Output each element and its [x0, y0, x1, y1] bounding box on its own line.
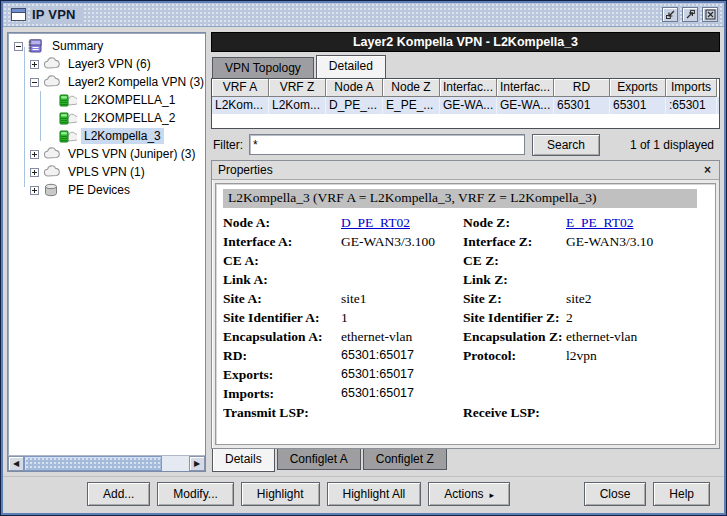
- property-label: [463, 386, 566, 405]
- column-header-vrf-a[interactable]: VRF A: [212, 79, 269, 97]
- modify-button[interactable]: Modify...: [157, 482, 233, 506]
- properties-panel: Properties × L2Kompella_3 (VRF A = L2Kom…: [211, 160, 720, 449]
- minimize-icon[interactable]: [662, 7, 678, 22]
- property-label: CE Z:: [463, 253, 566, 272]
- tree-item-label: Layer2 Kompella VPN (3): [65, 74, 205, 90]
- column-header-rd[interactable]: RD: [554, 79, 610, 97]
- properties-title: Properties: [218, 163, 273, 177]
- scroll-left-arrow-icon[interactable]: ◀: [8, 456, 24, 471]
- property-label: Link A:: [223, 272, 341, 291]
- close-button[interactable]: Close: [584, 482, 647, 506]
- properties-header: Properties ×: [212, 161, 719, 180]
- property-value: 65301:65017: [341, 348, 463, 367]
- expand-icon[interactable]: [30, 150, 39, 159]
- help-button[interactable]: Help: [653, 482, 710, 506]
- node-link[interactable]: D_PE_RT02: [341, 215, 463, 234]
- title-bar[interactable]: IP VPN: [3, 3, 724, 27]
- scrollbar-track[interactable]: [162, 456, 189, 471]
- property-label: Interface Z:: [463, 234, 566, 253]
- expand-icon[interactable]: [30, 168, 39, 177]
- table-cell: L2Kom...: [212, 97, 269, 114]
- tree-item-label: L2KOMPELLA_2: [81, 110, 178, 126]
- property-value: [341, 405, 463, 424]
- expand-icon[interactable]: [30, 186, 39, 195]
- property-value: GE-WAN3/3.100: [341, 234, 463, 253]
- column-header-interfac[interactable]: Interfac...: [497, 79, 554, 97]
- filter-input[interactable]: [249, 134, 525, 155]
- table-cell: :65301: [666, 97, 717, 114]
- vpn-tree-panel: SummaryLayer3 VPN (6)Layer2 Kompella VPN…: [7, 32, 206, 472]
- scroll-right-arrow-icon[interactable]: ▶: [189, 456, 205, 471]
- tree-item-l2kompella-3[interactable]: L2Kompella_3: [8, 127, 205, 145]
- close-icon[interactable]: [702, 7, 718, 22]
- tab-detailed[interactable]: Detailed: [316, 55, 386, 78]
- properties-close-icon[interactable]: ×: [700, 163, 715, 178]
- property-label: Protocol:: [463, 348, 566, 367]
- property-label: [463, 367, 566, 386]
- expand-icon[interactable]: [30, 60, 39, 69]
- column-header-vrf-z[interactable]: VRF Z: [269, 79, 326, 97]
- property-row: Encapsulation A:ethernet-vlanEncapsulati…: [223, 329, 709, 348]
- vpn-tree: SummaryLayer3 VPN (6)Layer2 Kompella VPN…: [8, 33, 205, 455]
- tree-item-vpls-vpn-juniper-3[interactable]: VPLS VPN (Juniper) (3): [8, 145, 205, 163]
- column-header-imports[interactable]: Imports: [666, 79, 717, 97]
- scrollbar-thumb[interactable]: [24, 456, 162, 471]
- tree-horizontal-scrollbar[interactable]: ◀ ▶: [8, 455, 205, 471]
- view-tabs: VPN TopologyDetailed: [211, 55, 720, 78]
- table-row[interactable]: L2Kom...L2Kom...D_PE_...E_PE_...GE-WA...…: [212, 97, 719, 114]
- property-row: Interface A:GE-WAN3/3.100Interface Z:GE-…: [223, 234, 709, 253]
- collapse-icon[interactable]: [30, 78, 39, 87]
- table-cell: E_PE_...: [383, 97, 440, 114]
- tab-details[interactable]: Details: [212, 449, 275, 472]
- column-header-node-z[interactable]: Node Z: [383, 79, 440, 97]
- tree-item-vpls-vpn-1[interactable]: VPLS VPN (1): [8, 163, 205, 181]
- property-label: Transmit LSP:: [223, 405, 341, 424]
- add-button[interactable]: Add...: [87, 482, 150, 506]
- column-header-exports[interactable]: Exports: [610, 79, 666, 97]
- table-cell: D_PE_...: [326, 97, 383, 114]
- actions-button[interactable]: Actions▸: [428, 482, 510, 506]
- action-buttons-group: Add...Modify...HighlightHighlight AllAct…: [87, 482, 517, 506]
- property-value: ethernet-vlan: [341, 329, 463, 348]
- property-label: Receive LSP:: [463, 405, 566, 424]
- tree-item-pe-devices[interactable]: PE Devices: [8, 181, 205, 199]
- node-link[interactable]: E_PE_RT02: [566, 215, 709, 234]
- filter-label: Filter:: [213, 138, 243, 152]
- maximize-icon[interactable]: [682, 7, 698, 22]
- property-label: Encapsulation Z:: [463, 329, 566, 348]
- table-cell: 65301: [610, 97, 666, 114]
- property-value: [566, 386, 709, 405]
- filter-bar: Filter: Search 1 of 1 displayed: [211, 129, 720, 160]
- tree-item-label: Layer3 VPN (6): [65, 56, 154, 72]
- tree-item-layer2-kompella-vpn-3[interactable]: Layer2 Kompella VPN (3): [8, 73, 205, 91]
- tree-item-summary[interactable]: Summary: [8, 37, 205, 55]
- tab-configlet-a[interactable]: Configlet A: [277, 449, 361, 470]
- column-header-interfac[interactable]: Interfac...: [440, 79, 497, 97]
- tab-vpn-topology[interactable]: VPN Topology: [212, 57, 314, 78]
- window-icon: [11, 8, 26, 21]
- property-row: Site Identifier A:1Site Identifier Z:2: [223, 310, 709, 329]
- tree-item-l2kompella-1[interactable]: L2KOMPELLA_1: [8, 91, 205, 109]
- property-value: [341, 253, 463, 272]
- property-value: [566, 253, 709, 272]
- window-title: IP VPN: [32, 7, 84, 22]
- property-row: Site A:site1Site Z:site2: [223, 291, 709, 310]
- tab-configlet-z[interactable]: Configlet Z: [363, 449, 447, 470]
- tree-item-l2kompella-2[interactable]: L2KOMPELLA_2: [8, 109, 205, 127]
- property-value: [566, 367, 709, 386]
- property-label: Exports:: [223, 367, 341, 386]
- highlight-all-button[interactable]: Highlight All: [327, 482, 422, 506]
- tree-item-label: Summary: [49, 38, 106, 54]
- table-cell: 65301: [554, 97, 610, 114]
- vpn-lock-icon: [59, 111, 77, 125]
- collapse-icon[interactable]: [14, 42, 23, 51]
- highlight-button[interactable]: Highlight: [241, 482, 320, 506]
- tree-item-layer3-vpn-6[interactable]: Layer3 VPN (6): [8, 55, 205, 73]
- displayed-count-status: 1 of 1 displayed: [630, 138, 718, 152]
- search-button[interactable]: Search: [532, 134, 600, 156]
- table-header-row: VRF AVRF ZNode ANode ZInterfac...Interfa…: [212, 79, 719, 97]
- detail-panel: Layer2 Kompella VPN - L2Kompella_3 VPN T…: [211, 32, 720, 472]
- property-label: Site Z:: [463, 291, 566, 310]
- column-header-node-a[interactable]: Node A: [326, 79, 383, 97]
- property-row: Node A:D_PE_RT02Node Z:E_PE_RT02: [223, 215, 709, 234]
